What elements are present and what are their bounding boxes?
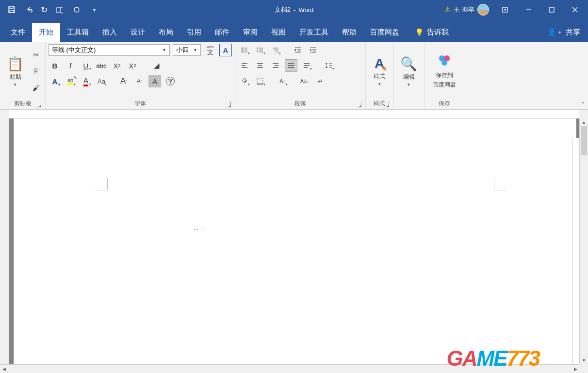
close-button[interactable] [564, 0, 586, 19]
scroll-thumb-v[interactable] [581, 126, 587, 155]
document-page[interactable]: -- ≡ [14, 119, 576, 364]
svg-point-14 [242, 51, 243, 52]
highlight-button[interactable]: ab✎▾ [64, 75, 77, 87]
tab-mailings[interactable]: 邮件 [208, 23, 236, 42]
font-size-input[interactable]: 小四 ▼ [173, 44, 201, 56]
shading-button[interactable]: ▾ [238, 75, 251, 87]
change-case-button[interactable]: Aa▾ [95, 75, 108, 87]
paragraph-launcher[interactable] [356, 102, 361, 107]
underline-button[interactable]: U▾ [80, 59, 92, 72]
collapse-ribbon-icon[interactable]: ⌃ [581, 101, 585, 107]
undo-icon[interactable] [21, 2, 37, 17]
format-painter-icon[interactable]: 🖌 [30, 82, 42, 94]
tell-me-search[interactable]: 💡 告诉我 [408, 23, 456, 42]
avatar[interactable] [477, 4, 489, 16]
sort-button[interactable]: AZ↓ [298, 75, 311, 87]
increase-indent-button[interactable] [307, 44, 320, 56]
vertical-scrollbar[interactable]: ▲ ▼ [579, 119, 588, 364]
qat-customize-icon[interactable]: ▾ [86, 2, 102, 17]
lightbulb-icon: 💡 [415, 28, 424, 37]
minimize-button[interactable] [517, 0, 539, 19]
font-launcher[interactable] [225, 102, 231, 107]
align-center-button[interactable] [254, 59, 266, 72]
phonetic-guide-button[interactable]: wén 文 [204, 44, 216, 56]
numbering-button[interactable]: 123▾ [254, 44, 266, 56]
styles-button[interactable]: A✎ 样式 ▾ [369, 44, 390, 99]
tab-review[interactable]: 审阅 [236, 23, 264, 42]
paragraph-group-label: 段落 [294, 100, 306, 108]
scroll-down-arrow[interactable]: ▼ [580, 356, 588, 364]
tab-file[interactable]: 文件 [4, 23, 32, 42]
subscript-button[interactable]: X2 [111, 59, 123, 72]
touch-mode-icon[interactable] [51, 2, 67, 17]
chevron-down-icon: ▼ [162, 48, 166, 52]
copy-icon[interactable]: ⎘ [30, 65, 42, 78]
redo-icon[interactable]: ↻ [39, 2, 49, 17]
italic-button[interactable]: I [64, 59, 77, 72]
circle-icon[interactable] [69, 2, 84, 17]
svg-point-12 [242, 50, 243, 51]
scroll-right-arrow[interactable]: ▶ [572, 365, 579, 373]
enclose-char-button[interactable]: 字 [164, 75, 177, 87]
editing-button[interactable]: 🔍 编辑 ▾ [396, 44, 421, 99]
align-right-button[interactable] [269, 59, 282, 72]
tab-layout[interactable]: 布局 [152, 23, 180, 42]
user-area[interactable]: ⚠ 王 羽卒 [444, 4, 489, 16]
tab-help[interactable]: 帮助 [335, 23, 363, 42]
tab-developer[interactable]: 开发工具 [293, 23, 335, 42]
paste-button[interactable]: 📋 粘贴 ▾ [3, 44, 28, 99]
share-icon: 👤﹢ [547, 28, 564, 37]
line-spacing-button[interactable]: ▾ [323, 59, 335, 72]
group-font: 等线 (中文正文) ▼ 小四 ▼ wén 文 A B I [46, 42, 235, 109]
strikethrough-button[interactable]: abc [95, 59, 108, 72]
tab-references[interactable]: 引用 [180, 23, 208, 42]
cut-icon[interactable]: ✂ [30, 49, 42, 61]
horizontal-ruler[interactable] [9, 110, 579, 119]
multilevel-list-button[interactable]: ▾ [269, 44, 282, 56]
bullets-button[interactable]: ▾ [238, 44, 251, 56]
wm-c: 773 [507, 346, 539, 371]
bold-button[interactable]: B [49, 59, 61, 72]
vertical-ruler[interactable] [0, 119, 9, 364]
page-area: -- ≡ [9, 119, 579, 364]
group-baidu: 保存到 百度网盘 保存 [425, 42, 464, 109]
maximize-button[interactable] [540, 0, 563, 19]
tab-toolbox[interactable]: 工具箱 [60, 23, 96, 42]
superscript-button[interactable]: X2 [126, 59, 139, 72]
eraser-icon[interactable]: ◢ [150, 59, 163, 72]
char-shading-button[interactable]: A [148, 75, 161, 87]
justify-button[interactable] [285, 59, 297, 72]
save-to-baidu-button[interactable]: 保存到 百度网盘 [427, 44, 461, 99]
tab-design[interactable]: 设计 [124, 23, 152, 42]
font-name-input[interactable]: 等线 (中文正文) ▼ [49, 44, 170, 56]
distribute-button[interactable]: ▾ [300, 59, 313, 72]
font-color-button[interactable]: A▾ [80, 75, 92, 87]
clipboard-launcher[interactable] [35, 102, 41, 107]
tab-view[interactable]: 视图 [264, 23, 293, 42]
text-direction-button[interactable]: A↕▾ [276, 75, 289, 87]
baidu-line1: 保存到 [436, 71, 453, 80]
decrease-indent-button[interactable] [292, 44, 304, 56]
tab-home[interactable]: 开始 [32, 23, 60, 42]
user-name: 王 羽卒 [454, 5, 474, 14]
borders-button[interactable]: ▾ [254, 75, 266, 87]
shrink-font-button[interactable]: Aˇ [133, 75, 146, 87]
share-button[interactable]: 👤﹢ 共享 [539, 23, 588, 42]
char-border-button[interactable]: A [219, 44, 232, 56]
tab-baidu[interactable]: 百度网盘 [363, 23, 406, 42]
scroll-up-arrow[interactable]: ▲ [580, 119, 588, 126]
grow-font-button[interactable]: Aˆ [117, 75, 130, 87]
tab-insert[interactable]: 插入 [96, 23, 124, 42]
styles-launcher[interactable] [383, 102, 389, 107]
font-name-value: 等线 (中文正文) [52, 46, 96, 54]
margin-corner-tr [494, 178, 506, 190]
clipboard-icon: 📋 [7, 56, 24, 72]
scroll-left-arrow[interactable]: ◀ [0, 365, 8, 373]
svg-text:3: 3 [257, 50, 258, 53]
ribbon-options-icon[interactable] [494, 0, 516, 19]
save-icon[interactable] [4, 2, 19, 17]
align-left-button[interactable] [238, 59, 251, 72]
svg-point-4 [74, 7, 79, 12]
show-marks-button[interactable]: ↵ [314, 75, 327, 87]
text-effects-button[interactable]: A▾ [49, 75, 61, 87]
